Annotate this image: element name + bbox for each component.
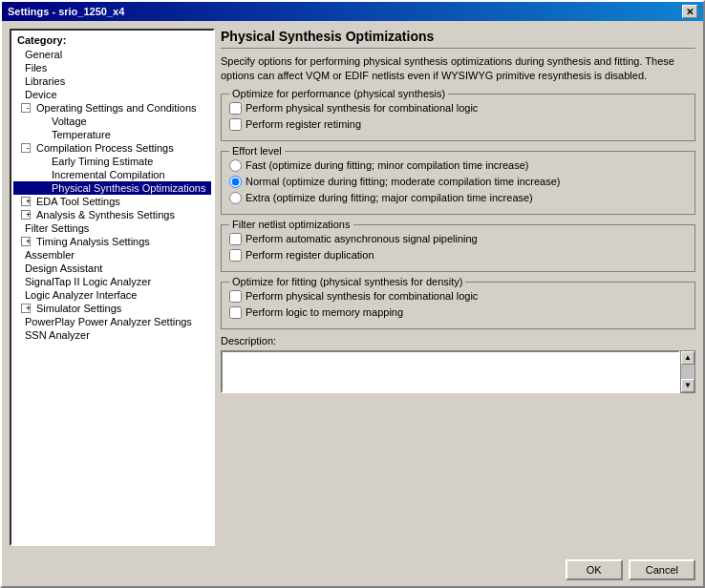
- perform-register-duplication-checkbox[interactable]: [229, 249, 242, 262]
- scroll-up-button[interactable]: ▲: [681, 351, 694, 365]
- ok-button[interactable]: OK: [566, 559, 623, 580]
- perform-logic-mapping-label: Perform logic to memory mapping: [246, 306, 403, 318]
- settings-panel: Physical Synthesis Optimizations Specify…: [221, 29, 695, 546]
- tree-item-label: General: [21, 49, 62, 60]
- tree-item-label: Assembler: [21, 249, 75, 261]
- extra-radio-row: Extra (optimize during fitting; major co…: [229, 190, 687, 206]
- tree-item-powerplay[interactable]: PowerPlay Power Analyzer Settings: [13, 315, 211, 328]
- optimize-performance-legend: Optimize for performance (physical synth…: [229, 88, 448, 99]
- fast-radio[interactable]: [229, 159, 242, 172]
- expand-icon[interactable]: +: [21, 197, 31, 206]
- expand-icon[interactable]: +: [21, 237, 31, 246]
- main-window: Settings - srio_1250_x4 ✕ Category: Gene…: [0, 0, 705, 588]
- perform-physical-synthesis-row: Perform physical synthesis for combinati…: [229, 100, 687, 116]
- scroll-down-button[interactable]: ▼: [681, 379, 694, 392]
- tree-item-label: Compilation Process Settings: [32, 142, 174, 154]
- expand-icon[interactable]: +: [21, 210, 31, 220]
- expand-icon[interactable]: -: [21, 143, 31, 153]
- panel-title: Physical Synthesis Optimizations: [221, 29, 695, 49]
- tree-item-compilation-process[interactable]: - Compilation Process Settings: [13, 141, 211, 155]
- window-title: Settings - srio_1250_x4: [8, 6, 124, 17]
- extra-radio-label: Extra (optimize during fitting; major co…: [246, 192, 533, 203]
- tree-item-incremental-compilation[interactable]: Incremental Compilation: [13, 168, 211, 181]
- tree-item-libraries[interactable]: Libraries: [13, 74, 211, 88]
- normal-radio-row: Normal (optimize during fitting; moderat…: [229, 174, 687, 190]
- tree-item-label: Analysis & Synthesis Settings: [32, 209, 175, 220]
- perform-physical-fitting-row: Perform physical synthesis for combinati…: [229, 288, 687, 304]
- tree-item-label: Device: [21, 89, 57, 100]
- tree-item-filter-settings[interactable]: Filter Settings: [13, 221, 211, 235]
- main-content: Category: General Files Libraries Device…: [2, 21, 703, 554]
- tree-item-label: SignalTap II Logic Analyzer: [21, 276, 151, 287]
- tree-item-simulator[interactable]: + Simulator Settings: [13, 302, 211, 315]
- scroll-track: [681, 365, 694, 379]
- tree-item-operating-settings[interactable]: - Operating Settings and Conditions: [13, 101, 211, 115]
- perform-automatic-label: Perform automatic asynchronous signal pi…: [246, 233, 478, 244]
- extra-radio[interactable]: [229, 192, 242, 204]
- tree-item-files[interactable]: Files: [13, 61, 211, 74]
- close-button[interactable]: ✕: [682, 5, 697, 18]
- tree-item-device[interactable]: Device: [13, 88, 211, 101]
- description-textarea[interactable]: [221, 350, 680, 393]
- optimize-fitting-group: Optimize for fitting (physical synthesis…: [221, 282, 695, 329]
- perform-physical-fitting-checkbox[interactable]: [229, 290, 242, 303]
- perform-register-retiming-row: Perform register retiming: [229, 116, 687, 133]
- fast-radio-label: Fast (optimize during fitting; minor com…: [246, 159, 529, 171]
- perform-register-duplication-row: Perform register duplication: [229, 247, 687, 263]
- tree-item-label: Simulator Settings: [32, 303, 121, 314]
- tree-item-label: Operating Settings and Conditions: [32, 102, 197, 114]
- expand-icon[interactable]: -: [21, 103, 31, 113]
- tree-item-label: SSN Analyzer: [21, 329, 90, 341]
- expand-icon[interactable]: +: [21, 304, 31, 313]
- tree-item-timing-analysis[interactable]: + Timing Analysis Settings: [13, 235, 211, 248]
- optimize-fitting-legend: Optimize for fitting (physical synthesis…: [229, 276, 465, 287]
- button-row: OK Cancel: [2, 554, 703, 586]
- description-label: Description:: [221, 335, 695, 346]
- tree-item-label: Physical Synthesis Optimizations: [48, 182, 205, 194]
- tree-item-signaltap[interactable]: SignalTap II Logic Analyzer: [13, 275, 211, 288]
- tree-item-design-assistant[interactable]: Design Assistant: [13, 262, 211, 275]
- perform-logic-mapping-checkbox[interactable]: [229, 306, 242, 319]
- tree-item-label: Incremental Compilation: [48, 169, 165, 180]
- category-panel[interactable]: Category: General Files Libraries Device…: [10, 29, 215, 546]
- effort-level-legend: Effort level: [229, 145, 285, 157]
- tree-item-label: Design Assistant: [21, 262, 102, 274]
- description-scrollbar[interactable]: ▲ ▼: [680, 350, 695, 393]
- perform-register-retiming-checkbox[interactable]: [229, 118, 242, 131]
- tree-item-logic-analyzer-interface[interactable]: Logic Analyzer Interface: [13, 288, 211, 302]
- tree-item-ssn-analyzer[interactable]: SSN Analyzer: [13, 328, 211, 342]
- effort-level-group: Effort level Fast (optimize during fitti…: [221, 151, 695, 215]
- tree-item-assembler[interactable]: Assembler: [13, 248, 211, 262]
- tree-item-label: Timing Analysis Settings: [32, 236, 150, 247]
- tree-item-label: Early Timing Estimate: [48, 156, 153, 167]
- tree-item-general[interactable]: General: [13, 48, 211, 61]
- perform-register-retiming-label: Perform register retiming: [246, 118, 361, 130]
- tree-item-label: PowerPlay Power Analyzer Settings: [21, 316, 192, 327]
- tree-item-label: EDA Tool Settings: [32, 196, 120, 207]
- tree-item-label: Files: [21, 62, 47, 74]
- title-bar: Settings - srio_1250_x4 ✕: [2, 2, 703, 21]
- normal-radio-label: Normal (optimize during fitting; moderat…: [246, 176, 561, 187]
- tree-item-early-timing[interactable]: Early Timing Estimate: [13, 155, 211, 168]
- tree-item-label: Voltage: [48, 116, 87, 127]
- category-label: Category:: [13, 32, 211, 48]
- normal-radio[interactable]: [229, 176, 242, 188]
- tree-item-voltage[interactable]: Voltage: [13, 115, 211, 128]
- perform-automatic-checkbox[interactable]: [229, 233, 242, 245]
- perform-physical-synthesis-checkbox[interactable]: [229, 102, 242, 115]
- tree-item-eda-tool[interactable]: + EDA Tool Settings: [13, 195, 211, 208]
- cancel-button[interactable]: Cancel: [629, 559, 695, 580]
- tree-item-physical-synthesis[interactable]: Physical Synthesis Optimizations: [13, 181, 211, 195]
- tree-item-label: Filter Settings: [21, 222, 89, 234]
- tree-item-label: Libraries: [21, 75, 65, 87]
- fast-radio-row: Fast (optimize during fitting; minor com…: [229, 158, 687, 174]
- filter-netlist-group: Filter netlist optimizations Perform aut…: [221, 224, 695, 272]
- tree-item-analysis-synthesis[interactable]: + Analysis & Synthesis Settings: [13, 208, 211, 221]
- description-section: Description: ▲ ▼: [221, 335, 695, 393]
- tree-item-label: Logic Analyzer Interface: [21, 289, 137, 301]
- optimize-performance-group: Optimize for performance (physical synth…: [221, 94, 695, 141]
- tree-item-temperature[interactable]: Temperature: [13, 128, 211, 141]
- perform-physical-fitting-label: Perform physical synthesis for combinati…: [246, 290, 478, 302]
- panel-description: Specify options for performing physical …: [221, 54, 695, 84]
- filter-netlist-legend: Filter netlist optimizations: [229, 219, 353, 230]
